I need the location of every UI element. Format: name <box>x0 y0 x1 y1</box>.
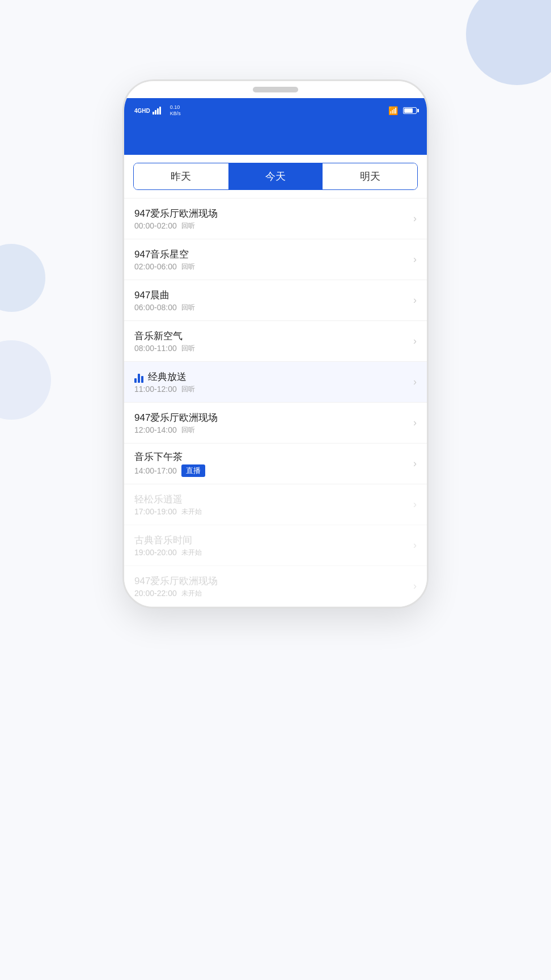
program-name-row: 947音乐星空 <box>134 248 409 262</box>
battery-icon <box>403 107 417 114</box>
program-info: 音乐新空气 08:00-11:00 回听 <box>134 330 409 353</box>
program-time: 02:00-06:00 <box>134 262 177 271</box>
program-item-7[interactable]: 轻松乐逍遥 17:00-19:00 未开始 › <box>124 484 427 525</box>
phone-mockup: 4GHD 0.10KB/s 📶 <box>122 79 429 609</box>
program-item-0[interactable]: 947爱乐厅欧洲现场 00:00-02:00 回听 › <box>124 198 427 239</box>
program-info: 古典音乐时间 19:00-20:00 未开始 <box>134 534 409 557</box>
program-info: 音乐下午茶 14:00-17:00 直播 <box>134 450 409 477</box>
program-time: 00:00-02:00 <box>134 221 177 230</box>
program-time-row: 08:00-11:00 回听 <box>134 344 409 353</box>
program-time-row: 00:00-02:00 回听 <box>134 221 409 231</box>
status-speed: 0.10KB/s <box>170 104 181 117</box>
program-time-row: 11:00-12:00 回听 <box>134 385 409 394</box>
program-item-3[interactable]: 音乐新空气 08:00-11:00 回听 › <box>124 321 427 362</box>
status-bar: 4GHD 0.10KB/s 📶 <box>124 98 427 123</box>
program-item-8[interactable]: 古典音乐时间 19:00-20:00 未开始 › <box>124 525 427 566</box>
program-name-row: 947晨曲 <box>134 289 409 303</box>
program-info: 947爱乐厅欧洲现场 00:00-02:00 回听 <box>134 207 409 231</box>
status-label: 回听 <box>181 344 195 353</box>
program-name: 947爱乐厅欧洲现场 <box>134 575 218 588</box>
program-item-6[interactable]: 音乐下午茶 14:00-17:00 直播 › <box>124 443 427 484</box>
program-time: 19:00-20:00 <box>134 548 177 557</box>
status-right: 📶 <box>388 106 417 115</box>
chevron-right-icon: › <box>413 376 417 388</box>
program-name: 音乐新空气 <box>134 330 183 343</box>
program-time-row: 17:00-19:00 未开始 <box>134 507 409 517</box>
program-name: 轻松乐逍遥 <box>134 493 183 506</box>
program-time: 12:00-14:00 <box>134 425 177 434</box>
program-name-row: 947爱乐厅欧洲现场 <box>134 411 409 425</box>
status-label: 未开始 <box>181 589 202 598</box>
battery-container <box>401 107 417 114</box>
program-name: 音乐下午茶 <box>134 450 183 463</box>
program-time: 06:00-08:00 <box>134 303 177 312</box>
program-time: 11:00-12:00 <box>134 385 177 394</box>
program-list: 947爱乐厅欧洲现场 00:00-02:00 回听 › 947音乐星空 02:0… <box>124 198 427 607</box>
program-time-row: 06:00-08:00 回听 <box>134 303 409 312</box>
chevron-right-icon: › <box>413 458 417 470</box>
status-label: 回听 <box>181 385 195 394</box>
tabs-container: 昨天 今天 明天 <box>124 155 427 198</box>
program-name: 947晨曲 <box>134 289 169 302</box>
signal-icon <box>152 107 161 115</box>
program-time-row: 02:00-06:00 回听 <box>134 262 409 272</box>
playing-icon <box>134 371 143 383</box>
chevron-right-icon: › <box>413 254 417 265</box>
program-item-4[interactable]: 经典放送 11:00-12:00 回听 › <box>124 362 427 403</box>
program-name: 经典放送 <box>148 370 187 383</box>
program-time-row: 12:00-14:00 回听 <box>134 425 409 435</box>
program-time: 08:00-11:00 <box>134 344 177 353</box>
wifi-icon: 📶 <box>388 106 398 115</box>
status-left: 4GHD 0.10KB/s <box>134 104 181 117</box>
program-name-row: 古典音乐时间 <box>134 534 409 548</box>
program-name-row: 音乐新空气 <box>134 330 409 344</box>
program-info: 947音乐星空 02:00-06:00 回听 <box>134 248 409 272</box>
chevron-right-icon: › <box>413 499 417 510</box>
program-time: 20:00-22:00 <box>134 589 177 598</box>
status-label: 回听 <box>181 425 195 435</box>
program-time: 17:00-19:00 <box>134 507 177 516</box>
program-info: 947爱乐厅欧洲现场 12:00-14:00 回听 <box>134 411 409 435</box>
tabs-row: 昨天 今天 明天 <box>133 163 418 190</box>
program-name-row: 947爱乐厅欧洲现场 <box>134 575 409 589</box>
program-info: 轻松乐逍遥 17:00-19:00 未开始 <box>134 493 409 517</box>
program-item-9[interactable]: 947爱乐厅欧洲现场 20:00-22:00 未开始 › <box>124 566 427 607</box>
chevron-right-icon: › <box>413 580 417 592</box>
status-label: 未开始 <box>181 548 202 557</box>
program-item-2[interactable]: 947晨曲 06:00-08:00 回听 › <box>124 280 427 321</box>
chevron-right-icon: › <box>413 417 417 429</box>
tab-yesterday[interactable]: 昨天 <box>134 163 228 189</box>
deco-circle-top-right <box>466 0 551 85</box>
chevron-right-icon: › <box>413 294 417 306</box>
network-type: 4GHD <box>134 108 150 114</box>
program-time-row: 19:00-20:00 未开始 <box>134 548 409 557</box>
status-label: 回听 <box>181 303 195 312</box>
program-info: 947爱乐厅欧洲现场 20:00-22:00 未开始 <box>134 575 409 598</box>
program-time-row: 14:00-17:00 直播 <box>134 464 409 477</box>
status-label: 未开始 <box>181 507 202 517</box>
status-label: 回听 <box>181 221 195 231</box>
phone-notch <box>253 87 298 92</box>
program-item-5[interactable]: 947爱乐厅欧洲现场 12:00-14:00 回听 › <box>124 403 427 443</box>
battery-fill <box>404 108 413 113</box>
program-name: 947音乐星空 <box>134 248 189 261</box>
program-name: 947爱乐厅欧洲现场 <box>134 207 218 220</box>
chevron-right-icon: › <box>413 539 417 551</box>
program-name-row: 947爱乐厅欧洲现场 <box>134 207 409 221</box>
program-time-row: 20:00-22:00 未开始 <box>134 589 409 598</box>
chevron-right-icon: › <box>413 213 417 225</box>
program-info: 947晨曲 06:00-08:00 回听 <box>134 289 409 312</box>
status-label: 回听 <box>181 262 195 272</box>
program-name: 947爱乐厅欧洲现场 <box>134 411 218 424</box>
tab-tomorrow[interactable]: 明天 <box>323 163 417 189</box>
chevron-right-icon: › <box>413 335 417 347</box>
program-item-1[interactable]: 947音乐星空 02:00-06:00 回听 › <box>124 239 427 280</box>
program-info: 经典放送 11:00-12:00 回听 <box>134 370 409 394</box>
program-name-row: 音乐下午茶 <box>134 450 409 464</box>
program-time: 14:00-17:00 <box>134 466 177 475</box>
nav-bar <box>124 123 427 155</box>
program-name: 古典音乐时间 <box>134 534 192 547</box>
status-live: 直播 <box>181 464 205 477</box>
phone-notch-bar <box>124 81 427 98</box>
tab-today[interactable]: 今天 <box>228 163 323 189</box>
